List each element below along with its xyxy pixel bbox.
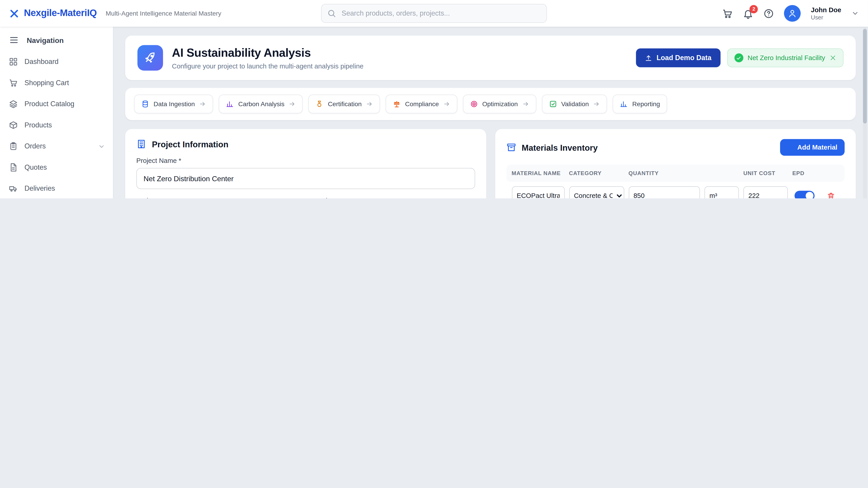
pipeline-step-compliance[interactable]: Compliance [385,94,457,113]
sidebar-item-label: Dashboard [24,58,59,66]
search-icon [327,9,336,18]
sidebar: Navigation Dashboard Shopping Cart Produ… [0,27,113,198]
section-title: Materials Inventory [522,142,598,152]
user-info[interactable]: John Doe User [811,6,841,21]
sidebar-item-shopping-cart[interactable]: Shopping Cart [0,72,113,94]
pipeline-step-optimization[interactable]: Optimization [463,94,536,113]
col-quantity: QUANTITY [628,170,700,176]
pipeline-bar: Data Ingestion Carbon Analysis Certifica… [125,88,856,120]
sidebar-item-label: Product Catalog [24,100,74,108]
search-input[interactable] [321,4,547,23]
topbar: Nexgile-MateriIQ Multi-Agent Intelligenc… [0,0,868,27]
pipeline-step-label: Data Ingestion [153,101,195,107]
project-information-card: Project Information Project Name * Proje… [125,129,486,198]
load-demo-data-button[interactable]: Load Demo Data [636,48,720,67]
document-icon [9,163,18,172]
cart-button[interactable] [722,8,733,19]
location-label: Location * [309,197,475,198]
col-category: CATEGORY [569,170,624,176]
close-icon[interactable] [830,55,836,61]
archive-icon [506,142,516,152]
chevron-down-icon[interactable] [851,9,859,17]
sidebar-item-label: Deliveries [24,185,55,192]
col-material-name: MATERIAL NAME [512,170,564,176]
database-icon [141,100,149,108]
load-demo-data-label: Load Demo Data [656,54,711,62]
col-unit-cost: UNIT COST [743,170,788,176]
pipeline-step-label: Optimization [482,101,518,107]
check-square-icon [549,100,557,108]
material-unitcost-input[interactable] [743,186,788,198]
facility-badge-label: Net Zero Industrial Facility [747,54,825,62]
pipeline-step-data-ingestion[interactable]: Data Ingestion [134,94,213,113]
chart-icon [226,100,234,108]
sidebar-title: Navigation [27,36,64,44]
notifications-button[interactable]: 2 [743,8,754,19]
material-row: Concrete & Ce [506,182,845,198]
sidebar-item-label: Quotes [24,164,47,171]
material-name-input[interactable] [512,186,564,198]
facility-badge: Net Zero Industrial Facility [727,48,843,67]
sidebar-item-deliveries[interactable]: Deliveries [0,178,113,198]
notification-badge: 2 [749,5,758,13]
truck-icon [9,184,18,193]
sidebar-item-product-catalog[interactable]: Product Catalog [0,94,113,115]
scrollbar-thumb[interactable] [863,29,867,123]
sidebar-item-dashboard[interactable]: Dashboard [0,51,113,72]
sidebar-item-orders[interactable]: Orders [0,136,113,157]
page-title: AI Sustainability Analysis [172,46,364,59]
trash-icon[interactable] [827,192,835,198]
pipeline-step-reporting[interactable]: Reporting [613,94,667,113]
logo-text: Nexgile-MateriIQ [24,8,97,19]
topbar-actions: 2 John Doe User [722,5,859,22]
add-material-button[interactable]: Add Material [780,139,845,156]
target-icon [470,100,477,108]
page-header-actions: Load Demo Data Net Zero Industrial Facil… [636,48,843,67]
check-circle-icon [734,53,743,62]
medal-icon [315,100,323,108]
chevron-down-icon [98,142,105,150]
pipeline-step-certification[interactable]: Certification [308,94,380,113]
epd-toggle[interactable] [795,191,815,198]
sidebar-item-label: Products [24,121,52,129]
project-name-input[interactable] [136,168,475,189]
material-category-select[interactable]: Concrete & Ce [569,186,624,198]
material-quantity-input[interactable] [628,186,700,198]
scale-icon [393,100,401,108]
pipeline-step-label: Reporting [632,101,660,107]
sidebar-item-quotes[interactable]: Quotes [0,157,113,178]
arrow-right-icon [593,101,600,107]
help-button[interactable] [764,8,774,19]
section-title: Project Information [152,139,228,149]
bar-chart-icon [620,100,628,108]
user-name: John Doe [811,6,841,14]
menu-icon[interactable] [9,35,19,45]
catalog-icon [9,100,18,108]
app-window: Nexgile-MateriIQ Multi-Agent Intelligenc… [0,0,868,198]
add-material-label: Add Material [797,143,837,151]
app-logo[interactable]: Nexgile-MateriIQ [9,8,97,19]
avatar[interactable] [784,5,801,22]
pipeline-step-carbon-analysis[interactable]: Carbon Analysis [219,94,303,113]
dashboard-icon [9,57,18,66]
user-role: User [811,14,841,21]
clipboard-icon [9,142,18,151]
arrow-right-icon [289,101,296,107]
sidebar-item-label: Orders [24,142,46,150]
col-epd: EPD [792,170,822,176]
material-unit-input[interactable] [704,186,739,198]
page-scrollbar[interactable] [863,28,867,198]
pipeline-step-label: Certification [328,101,362,107]
page-header-text: AI Sustainability Analysis Configure you… [172,46,364,70]
pipeline-step-label: Carbon Analysis [238,101,285,107]
pipeline-step-validation[interactable]: Validation [542,94,608,113]
logo-icon [9,8,20,19]
rocket-icon [137,45,163,70]
cart-icon [9,78,18,87]
arrow-right-icon [199,101,206,107]
global-search [321,4,547,23]
box-icon [9,121,18,129]
page-subtitle: Configure your project to launch the mul… [172,62,364,70]
arrow-right-icon [522,101,529,107]
sidebar-item-products[interactable]: Products [0,115,113,136]
